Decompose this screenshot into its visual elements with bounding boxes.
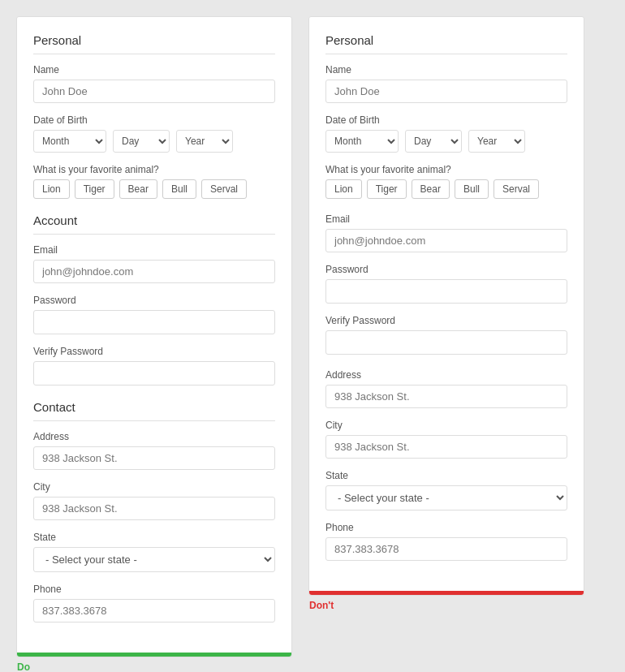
state-field-group: State - Select your state -	[33, 532, 275, 572]
dont-city-input[interactable]	[325, 435, 567, 459]
dont-personal-section-title: Personal	[325, 33, 567, 54]
account-section-title: Account	[33, 213, 275, 235]
dont-contact-section: Address City State - Select your state -…	[325, 369, 567, 561]
dont-state-field-group: State - Select your state -	[325, 470, 567, 510]
dont-dob-label: Date of Birth	[325, 114, 567, 126]
phone-input[interactable]	[33, 599, 275, 622]
dont-animal-lion[interactable]: Lion	[325, 179, 362, 199]
dont-phone-input[interactable]	[325, 537, 567, 561]
animal-serval[interactable]: Serval	[201, 179, 247, 199]
dont-address-input[interactable]	[325, 385, 567, 408]
animal-row: Lion Tiger Bear Bull Serval	[33, 179, 275, 199]
dont-name-label: Name	[325, 64, 567, 75]
dont-dob-row: Month Day Year	[325, 130, 567, 153]
dont-animal-serval[interactable]: Serval	[494, 179, 539, 199]
dont-phone-label: Phone	[325, 522, 567, 533]
dont-name-field-group: Name	[325, 64, 567, 103]
dont-address-label: Address	[325, 369, 567, 381]
address-label: Address	[33, 431, 275, 442]
dont-city-field-group: City	[325, 420, 567, 459]
dont-animal-field-group: What is your favorite animal? Lion Tiger…	[325, 164, 567, 199]
email-input[interactable]	[33, 260, 275, 283]
password-input[interactable]	[33, 310, 275, 334]
dont-dob-field-group: Date of Birth Month Day Year	[325, 114, 567, 153]
animal-field-group: What is your favorite animal? Lion Tiger…	[33, 164, 275, 199]
dont-animal-bull[interactable]: Bull	[455, 179, 489, 199]
dont-email-input[interactable]	[325, 229, 567, 252]
city-input[interactable]	[33, 497, 275, 520]
name-field-group: Name	[33, 64, 275, 103]
dont-email-field-group: Email	[325, 213, 567, 252]
dont-email-label: Email	[325, 213, 567, 225]
dont-state-label: State	[325, 470, 567, 481]
animal-tiger[interactable]: Tiger	[75, 179, 114, 199]
dob-field-group: Date of Birth Month Day Year	[33, 114, 275, 153]
dont-name-input[interactable]	[325, 80, 567, 103]
password-field-group: Password	[33, 295, 275, 334]
dont-animal-row: Lion Tiger Bear Bull Serval	[325, 179, 567, 199]
dont-password-label: Password	[325, 264, 567, 275]
dont-card: Personal Name Date of Birth Month Day Ye…	[308, 16, 584, 596]
dont-label: Don't	[309, 600, 334, 611]
name-label: Name	[33, 64, 275, 75]
dont-animal-bear[interactable]: Bear	[412, 179, 450, 199]
do-label: Do	[17, 661, 30, 672]
dont-phone-field-group: Phone	[325, 522, 567, 561]
email-label: Email	[33, 244, 275, 256]
verify-label: Verify Password	[33, 346, 275, 357]
page-wrapper: Personal Name Date of Birth Month Day Ye…	[16, 16, 609, 657]
dob-year-select[interactable]: Year	[176, 130, 233, 153]
dob-row: Month Day Year	[33, 130, 275, 153]
address-field-group: Address	[33, 431, 275, 470]
state-label: State	[33, 532, 275, 543]
dont-city-label: City	[325, 420, 567, 431]
verify-field-group: Verify Password	[33, 346, 275, 386]
dont-verify-field-group: Verify Password	[325, 315, 567, 355]
dont-dob-day-select[interactable]: Day	[405, 130, 462, 153]
dont-state-select[interactable]: - Select your state -	[325, 485, 567, 510]
email-field-group: Email	[33, 244, 275, 283]
verify-input[interactable]	[33, 361, 275, 386]
phone-label: Phone	[33, 584, 275, 595]
phone-field-group: Phone	[33, 584, 275, 622]
dont-dob-month-select[interactable]: Month	[325, 130, 399, 153]
do-bottom-bar	[17, 653, 291, 657]
do-card: Personal Name Date of Birth Month Day Ye…	[16, 16, 292, 657]
dob-day-select[interactable]: Day	[113, 130, 170, 153]
contact-section-title: Contact	[33, 400, 275, 421]
contact-section: Contact Address City State - Select your…	[33, 400, 275, 622]
animal-bear[interactable]: Bear	[119, 179, 157, 199]
account-section: Account Email Password Verify Password	[33, 213, 275, 386]
city-label: City	[33, 481, 275, 493]
dont-password-input[interactable]	[325, 279, 567, 304]
dont-account-section: Email Password Verify Password	[325, 213, 567, 355]
name-input[interactable]	[33, 80, 275, 103]
address-input[interactable]	[33, 446, 275, 470]
dont-animal-label: What is your favorite animal?	[325, 164, 567, 175]
dont-animal-tiger[interactable]: Tiger	[367, 179, 407, 199]
dont-verify-input[interactable]	[325, 330, 567, 355]
animal-bull[interactable]: Bull	[162, 179, 196, 199]
dob-label: Date of Birth	[33, 114, 275, 126]
dont-password-field-group: Password	[325, 264, 567, 304]
personal-section-title: Personal	[33, 33, 275, 54]
animal-lion[interactable]: Lion	[33, 179, 70, 199]
password-label: Password	[33, 295, 275, 306]
dont-verify-label: Verify Password	[325, 315, 567, 326]
dont-dob-year-select[interactable]: Year	[468, 130, 525, 153]
city-field-group: City	[33, 481, 275, 520]
dont-address-field-group: Address	[325, 369, 567, 408]
state-select[interactable]: - Select your state -	[33, 547, 275, 572]
animal-label: What is your favorite animal?	[33, 164, 275, 175]
dob-month-select[interactable]: Month	[33, 130, 106, 153]
dont-bottom-bar	[309, 591, 584, 595]
